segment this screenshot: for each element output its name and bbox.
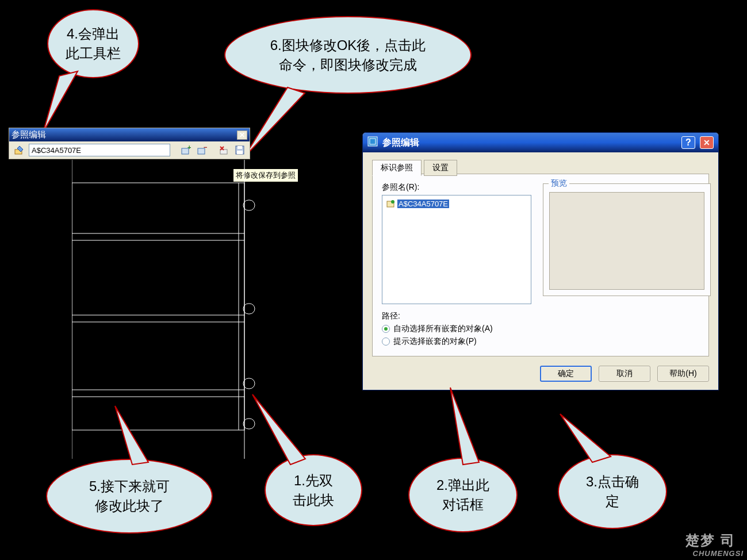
callout-1-line1: 1.先双 bbox=[294, 471, 333, 490]
reference-name-input[interactable] bbox=[29, 144, 170, 156]
svg-marker-1 bbox=[244, 87, 305, 158]
callout-4-line1: 4.会弹出 bbox=[67, 24, 120, 44]
reference-tree[interactable]: A$C34A5707E bbox=[382, 195, 531, 304]
callout-1-line2: 击此块 bbox=[293, 490, 334, 510]
svg-rect-21 bbox=[243, 304, 255, 314]
callout-5-line2: 修改此块了 bbox=[95, 496, 164, 516]
svg-marker-26 bbox=[252, 394, 305, 465]
discard-changes-icon[interactable] bbox=[217, 144, 230, 156]
callout-2-pointer bbox=[446, 385, 492, 466]
refedit-dialog: 参照编辑 ? ✕ 标识参照 设置 参照名(R): A$C34A5707E bbox=[362, 132, 719, 390]
callout-6: 6.图块修改OK後，点击此 命令，即图块修改完成 bbox=[224, 16, 472, 94]
watermark-en: CHUMENGSI bbox=[693, 549, 744, 558]
radio-auto-select[interactable]: 自动选择所有嵌套的对象(A) bbox=[382, 324, 699, 334]
callout-3-line2: 定 bbox=[606, 492, 619, 511]
svg-rect-27 bbox=[368, 137, 377, 146]
svg-marker-0 bbox=[43, 71, 78, 132]
cad-drawing-block[interactable] bbox=[72, 160, 256, 459]
toolbar-title-text: 参照编辑 bbox=[12, 129, 46, 140]
svg-rect-22 bbox=[243, 378, 255, 389]
reference-tree-item-label: A$C34A5707E bbox=[397, 200, 449, 208]
callout-3-line1: 3.点击确 bbox=[586, 472, 639, 492]
preview-box bbox=[549, 192, 704, 290]
radio-prompt-select-indicator bbox=[382, 337, 390, 346]
save-changes-icon[interactable] bbox=[233, 144, 246, 156]
dialog-titlebar[interactable]: 参照编辑 ? ✕ bbox=[363, 133, 718, 152]
radio-prompt-select[interactable]: 提示选择嵌套的对象(P) bbox=[382, 336, 699, 347]
svg-marker-31 bbox=[450, 388, 479, 465]
tab-identify-reference[interactable]: 标识参照 bbox=[372, 160, 422, 176]
callout-6-line2: 命令，即图块修改完成 bbox=[279, 55, 417, 75]
reference-tree-item[interactable]: A$C34A5707E bbox=[386, 199, 527, 208]
callout-6-pointer bbox=[242, 85, 311, 160]
dialog-title-text: 参照编辑 bbox=[382, 137, 677, 149]
callout-5: 5.接下来就可 修改此块了 bbox=[46, 459, 213, 534]
dialog-title-icon bbox=[367, 136, 378, 149]
radio-auto-select-indicator bbox=[382, 325, 390, 333]
toolbar-titlebar[interactable]: 参照编辑 ✕ bbox=[9, 128, 250, 141]
svg-text:−: − bbox=[204, 145, 207, 151]
callout-2: 2.弹出此 对话框 bbox=[408, 458, 518, 532]
callout-5-line1: 5.接下来就可 bbox=[89, 477, 170, 496]
svg-rect-23 bbox=[243, 419, 255, 429]
radio-prompt-select-label: 提示选择嵌套的对象(P) bbox=[393, 336, 477, 347]
preview-legend: 预览 bbox=[549, 178, 569, 189]
callout-2-line2: 对话框 bbox=[442, 495, 484, 515]
edit-reference-icon[interactable] bbox=[13, 144, 25, 156]
callout-4-line2: 此工具栏 bbox=[66, 44, 121, 63]
path-label: 路径: bbox=[382, 311, 699, 321]
callout-1: 1.先双 击此块 bbox=[265, 454, 362, 526]
svg-rect-20 bbox=[243, 200, 255, 210]
svg-rect-12 bbox=[72, 183, 244, 430]
tab-panel-identify: 参照名(R): A$C34A5707E 预览 bbox=[372, 174, 709, 356]
help-button[interactable]: 帮助(H) bbox=[657, 366, 709, 382]
block-icon bbox=[386, 199, 395, 208]
ok-button[interactable]: 确定 bbox=[540, 366, 592, 382]
svg-rect-10 bbox=[237, 151, 243, 154]
refedit-toolbar: 参照编辑 ✕ + − bbox=[9, 128, 250, 159]
svg-rect-7 bbox=[220, 149, 227, 154]
watermark-cn: 楚梦 司 bbox=[685, 531, 735, 550]
radio-auto-select-label: 自动选择所有嵌套的对象(A) bbox=[393, 324, 493, 334]
add-to-workset-icon[interactable]: + bbox=[179, 144, 192, 156]
svg-text:+: + bbox=[187, 145, 191, 151]
callout-2-line1: 2.弹出此 bbox=[436, 475, 489, 495]
dialog-close-button[interactable]: ✕ bbox=[700, 136, 714, 149]
dialog-help-button[interactable]: ? bbox=[681, 136, 695, 149]
toolbar-close-button[interactable]: ✕ bbox=[237, 131, 247, 140]
callout-4: 4.会弹出 此工具栏 bbox=[47, 9, 139, 78]
callout-4-pointer bbox=[32, 69, 95, 135]
reference-name-label: 参照名(R): bbox=[382, 182, 531, 193]
cancel-button[interactable]: 取消 bbox=[599, 366, 650, 382]
dialog-tabs: 标识参照 设置 bbox=[372, 159, 709, 174]
svg-point-30 bbox=[391, 200, 394, 204]
tab-settings[interactable]: 设置 bbox=[424, 160, 457, 176]
callout-3: 3.点击确 定 bbox=[558, 454, 667, 529]
remove-from-workset-icon[interactable]: − bbox=[196, 144, 208, 156]
callout-6-line1: 6.图块修改OK後，点击此 bbox=[270, 36, 426, 55]
svg-rect-9 bbox=[237, 146, 242, 149]
